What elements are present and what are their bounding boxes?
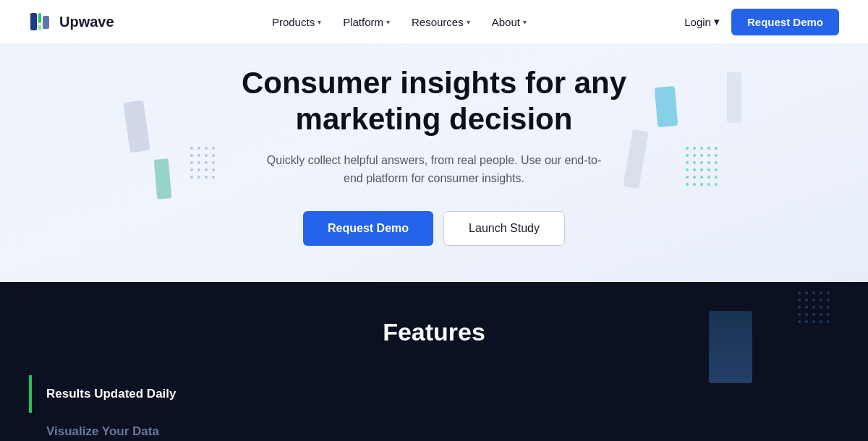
svg-point-49 xyxy=(686,183,689,186)
svg-point-6 xyxy=(205,147,208,150)
features-list: Results Updated Daily Visualize Your Dat… xyxy=(29,375,217,441)
svg-rect-2 xyxy=(38,25,41,30)
svg-point-38 xyxy=(715,161,718,164)
login-button[interactable]: Login ▾ xyxy=(684,15,720,28)
hero-title: Consumer insights for any marketing deci… xyxy=(217,65,651,138)
svg-point-27 xyxy=(707,147,710,150)
svg-point-35 xyxy=(693,161,696,164)
hero-section: Consumer insights for any marketing deci… xyxy=(0,43,868,282)
svg-point-19 xyxy=(212,168,215,171)
nav-resources[interactable]: Resources ▾ xyxy=(412,16,470,28)
svg-point-52 xyxy=(707,183,710,186)
svg-point-68 xyxy=(827,306,830,309)
svg-point-20 xyxy=(190,176,193,179)
svg-point-54 xyxy=(798,291,801,294)
feature-item-visualize[interactable]: Visualize Your Data xyxy=(29,413,217,441)
svg-rect-3 xyxy=(43,16,49,29)
svg-point-22 xyxy=(205,176,208,179)
hero-decoration-1 xyxy=(123,100,150,153)
feature-item-results-label: Results Updated Daily xyxy=(46,387,176,401)
svg-point-45 xyxy=(693,176,696,179)
svg-point-30 xyxy=(693,154,696,157)
svg-point-77 xyxy=(820,320,822,323)
svg-point-69 xyxy=(798,313,801,316)
feature-item-visualize-label: Visualize Your Data xyxy=(46,424,159,439)
svg-point-8 xyxy=(190,154,193,157)
svg-point-72 xyxy=(820,313,822,316)
svg-point-66 xyxy=(812,306,815,309)
hero-request-demo-button[interactable]: Request Demo xyxy=(303,211,433,246)
svg-point-7 xyxy=(212,147,215,150)
svg-point-9 xyxy=(197,154,200,157)
svg-point-78 xyxy=(827,320,830,323)
svg-point-36 xyxy=(700,161,703,164)
svg-point-60 xyxy=(805,299,808,301)
hero-subtitle: Quickly collect helpful answers, from re… xyxy=(260,151,608,188)
svg-point-28 xyxy=(715,147,718,150)
svg-point-50 xyxy=(693,183,696,186)
main-nav: Products ▾ Platform ▾ Resources ▾ About … xyxy=(272,16,527,28)
svg-point-21 xyxy=(197,176,200,179)
svg-point-26 xyxy=(700,147,703,150)
svg-point-57 xyxy=(820,291,822,294)
svg-point-41 xyxy=(700,168,703,171)
svg-point-33 xyxy=(715,154,718,157)
svg-point-63 xyxy=(827,299,830,301)
svg-point-23 xyxy=(212,176,215,179)
svg-point-16 xyxy=(190,168,193,171)
svg-point-40 xyxy=(693,168,696,171)
chevron-down-icon: ▾ xyxy=(467,18,470,26)
svg-point-4 xyxy=(190,147,193,150)
svg-point-10 xyxy=(205,154,208,157)
svg-point-61 xyxy=(812,299,815,301)
request-demo-button[interactable]: Request Demo xyxy=(731,9,839,35)
svg-rect-1 xyxy=(38,13,41,23)
chevron-down-icon: ▾ xyxy=(386,18,390,26)
svg-point-32 xyxy=(707,154,710,157)
svg-point-12 xyxy=(190,161,193,164)
svg-point-48 xyxy=(715,176,718,179)
svg-point-71 xyxy=(812,313,815,316)
svg-point-11 xyxy=(212,154,215,157)
svg-point-64 xyxy=(798,306,801,309)
logo-text: Upwave xyxy=(59,14,114,30)
hero-decoration-4 xyxy=(655,86,678,127)
hero-dots-right xyxy=(684,145,741,202)
hero-launch-study-button[interactable]: Launch Study xyxy=(443,211,565,246)
svg-point-47 xyxy=(707,176,710,179)
hero-decoration-2 xyxy=(154,158,172,200)
nav-actions: Login ▾ Request Demo xyxy=(684,9,839,35)
svg-point-70 xyxy=(805,313,808,316)
logo[interactable]: Upwave xyxy=(29,10,114,33)
svg-point-75 xyxy=(805,320,808,323)
svg-point-62 xyxy=(820,299,822,301)
svg-point-13 xyxy=(197,161,200,164)
chevron-down-icon: ▾ xyxy=(714,15,720,28)
svg-point-39 xyxy=(686,168,689,171)
feature-item-results[interactable]: Results Updated Daily xyxy=(29,375,217,413)
svg-point-14 xyxy=(205,161,208,164)
svg-point-18 xyxy=(205,168,208,171)
hero-decoration-5 xyxy=(727,72,741,123)
features-layout: Results Updated Daily Visualize Your Dat… xyxy=(0,375,868,441)
nav-platform[interactable]: Platform ▾ xyxy=(343,16,390,28)
svg-point-73 xyxy=(827,313,830,316)
svg-point-53 xyxy=(715,183,718,186)
svg-point-44 xyxy=(686,176,689,179)
svg-point-74 xyxy=(798,320,801,323)
svg-point-5 xyxy=(197,147,200,150)
nav-about[interactable]: About ▾ xyxy=(492,16,527,28)
svg-point-24 xyxy=(686,147,689,150)
svg-point-46 xyxy=(700,176,703,179)
svg-point-29 xyxy=(686,154,689,157)
features-shape-chart xyxy=(709,311,752,383)
svg-point-67 xyxy=(820,306,822,309)
svg-point-58 xyxy=(827,291,830,294)
svg-point-15 xyxy=(212,161,215,164)
header: Upwave Products ▾ Platform ▾ Resources ▾… xyxy=(0,0,868,43)
svg-point-76 xyxy=(812,320,815,323)
svg-point-42 xyxy=(707,168,710,171)
svg-point-34 xyxy=(686,161,689,164)
nav-products[interactable]: Products ▾ xyxy=(272,16,321,28)
svg-point-65 xyxy=(805,306,808,309)
